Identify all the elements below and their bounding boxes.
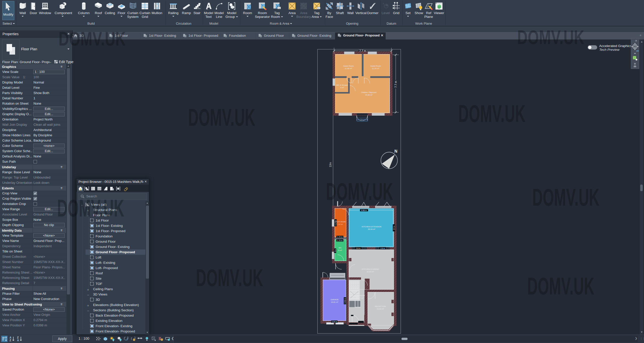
svg-text:13m: 13m [329,162,332,167]
svg-text:Z: Z [10,339,11,342]
svg-text:7.17 m²: 7.17 m² [338,224,343,225]
svg-text:2.6 m: 2.6 m [356,247,360,249]
svg-text:N: N [394,149,397,153]
svg-text:A: A [10,336,11,339]
svg-text:1.72 m: 1.72 m [337,236,343,238]
svg-text:KITCHEN & DINING: KITCHEN & DINING [362,268,379,270]
svg-text:WC: WC [339,247,342,249]
svg-text:2D: 2D [636,50,639,52]
svg-text:19.84 m²: 19.84 m² [377,308,384,310]
svg-text:GARAGE: GARAGE [331,298,339,301]
svg-text:7.7 m: 7.7 m [394,81,397,88]
svg-text:Z: Z [17,336,19,339]
svg-text:Children Playroom: Children Playroom [361,91,377,94]
svg-text:1.72 m: 1.72 m [337,240,343,241]
svg-text:Guest Room: Guest Room [343,65,354,67]
svg-text:29.84 m²: 29.84 m² [365,94,373,96]
svg-text:Guest Room: Guest Room [370,65,381,67]
svg-text:WC & Shower: WC & Shower [336,84,348,86]
svg-text:5 m²: 5 m² [338,249,342,251]
svg-text:3 m: 3 m [334,249,336,252]
svg-text:A: A [17,339,19,342]
svg-text:UTILITY ROOM: UTILITY ROOM [335,221,346,223]
svg-text:3.34 m: 3.34 m [332,321,337,323]
svg-text:KITCHEN EXTENSION: KITCHEN EXTENSION [362,226,381,228]
svg-text:35.94 m²: 35.94 m² [368,228,375,230]
svg-text:4 m²: 4 m² [340,87,344,89]
svg-text:5.5 m: 5.5 m [393,226,395,230]
svg-text:8.56 m: 8.56 m [361,209,367,211]
svg-text:7.7 m: 7.7 m [359,49,366,52]
svg-text:19.81 m²: 19.81 m² [331,301,338,303]
svg-text:11.98 m²: 11.98 m² [345,67,352,70]
svg-text:32.03 m²: 32.03 m² [367,271,374,273]
svg-text:10.87 m²: 10.87 m² [356,297,364,299]
svg-text:5.93 m: 5.93 m [344,298,346,304]
svg-text:CORRIDOR: CORRIDOR [355,294,365,297]
svg-text:OUTBUILDI: OUTBUILDI [357,118,367,121]
svg-text:2.6 m: 2.6 m [380,247,385,249]
svg-text:11.24 m²: 11.24 m² [372,67,379,70]
svg-text:RECEPTION: RECEPTION [375,305,386,308]
